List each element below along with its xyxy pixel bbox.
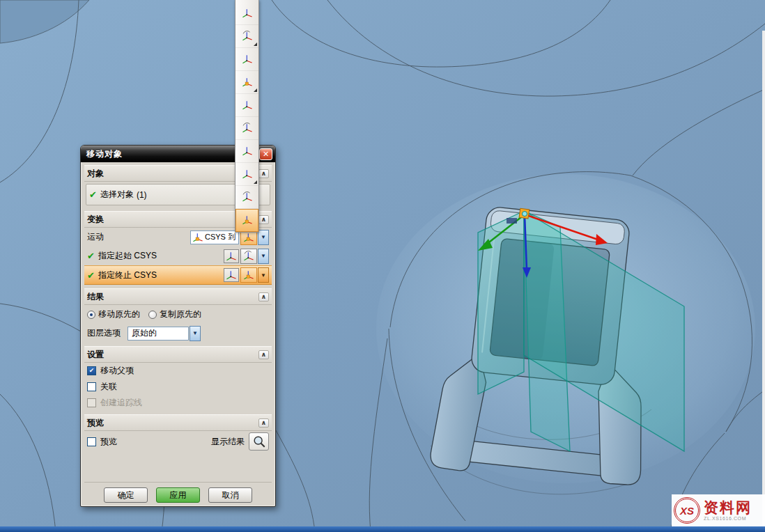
dialog-title: 移动对象 — [86, 148, 123, 160]
section-header-result[interactable]: 结果 ∧ — [84, 288, 272, 305]
csys-z-y-origin-icon[interactable] — [235, 94, 258, 117]
section-object-label: 对象 — [87, 168, 104, 180]
csys-absolute-icon[interactable] — [235, 163, 258, 186]
csys-dynamic-icon — [243, 269, 254, 281]
radio-move-original[interactable]: 移动原先的 — [87, 308, 140, 320]
csys-x-y-origin-icon[interactable] — [235, 48, 258, 71]
collapse-icon[interactable]: ∧ — [258, 215, 269, 224]
preview-row: 预览 显示结果 — [84, 431, 272, 452]
watermark: XS 资料网 ZL.XS1616.COM — [672, 494, 765, 526]
csys-dynamic-icon-selected[interactable] — [235, 209, 258, 232]
watermark-text-block: 资料网 ZL.XS1616.COM — [704, 500, 752, 521]
start-csys-option-button[interactable] — [240, 249, 257, 264]
layer-option-dropdown[interactable]: 原始的 ▼ — [128, 326, 201, 341]
checkbox-checked-icon: ✔ — [87, 366, 96, 375]
watermark-logo-text: XS — [680, 505, 694, 517]
window-right-edge — [762, 31, 765, 526]
nx-application-window: 移动对象 ✕ 对象 ∧ ✔ 选择对象 (1) 变换 ∧ 运动 — [0, 0, 765, 532]
ok-button[interactable]: 确定 — [104, 487, 148, 503]
checkbox-row-traceline-disabled: 创建追踪线 — [84, 395, 272, 411]
motion-dropdown-arrow[interactable]: ▼ — [258, 230, 269, 245]
magnifier-icon — [252, 435, 266, 448]
csys-inferred-icon[interactable] — [235, 2, 258, 25]
csys-plane-axis-icon[interactable] — [235, 117, 258, 140]
collapse-icon[interactable]: ∧ — [258, 418, 269, 428]
radio-move-label: 移动原先的 — [98, 308, 140, 320]
start-csys-row[interactable]: ✔ 指定起始 CSYS ▼ — [84, 247, 272, 265]
motion-type-icon — [192, 232, 203, 243]
motion-type-value: CSYS 到 CSYS — [205, 232, 237, 242]
layer-option-value: 原始的 — [128, 327, 189, 341]
csys-three-planes-icon[interactable] — [235, 140, 258, 163]
section-settings-label: 设置 — [87, 349, 104, 361]
traceline-label: 创建追踪线 — [100, 397, 142, 409]
csys-z-x-origin-icon[interactable] — [235, 71, 258, 94]
collapse-icon[interactable]: ∧ — [258, 292, 269, 302]
move-parent-label: 移动父项 — [100, 365, 134, 377]
start-csys-dialog-button[interactable] — [224, 249, 239, 263]
section-header-settings[interactable]: 设置 ∧ — [84, 346, 272, 363]
radio-copy-original[interactable]: 复制原先的 — [148, 308, 201, 320]
csys-inferred-icon — [243, 251, 254, 262]
csys-origin-xy-icon[interactable] — [235, 25, 258, 48]
checkbox-unchecked-icon — [87, 382, 96, 391]
csys-options-toolbar — [235, 0, 259, 233]
start-csys-label: 指定起始 CSYS — [98, 250, 157, 262]
end-csys-dialog-button[interactable] — [224, 268, 239, 282]
datum-plane-left[interactable] — [478, 211, 524, 394]
apply-button[interactable]: 应用 — [156, 487, 200, 503]
check-glyph: ✔ — [89, 368, 95, 374]
csys-current-view-icon[interactable] — [235, 186, 258, 209]
collapse-icon[interactable]: ∧ — [258, 169, 269, 178]
watermark-logo-icon: XS — [674, 497, 700, 524]
layer-dropdown-arrow[interactable]: ▼ — [190, 326, 201, 341]
dialog-button-row: 确定 应用 取消 — [84, 482, 272, 503]
check-icon: ✔ — [87, 271, 95, 280]
section-result-label: 结果 — [87, 291, 104, 303]
watermark-site-url: ZL.XS1616.COM — [704, 516, 752, 521]
show-result-button[interactable] — [249, 432, 269, 451]
origin-mini-label — [507, 218, 517, 224]
end-csys-label: 指定终止 CSYS — [98, 269, 157, 281]
radio-selected-icon — [87, 311, 95, 319]
show-result-label: 显示结果 — [211, 436, 245, 448]
check-icon: ✔ — [89, 190, 97, 199]
origin-sphere[interactable] — [523, 212, 527, 217]
checkbox-row-associative[interactable]: 关联 — [84, 379, 272, 395]
layer-option-label: 图层选项 — [87, 327, 121, 339]
select-object-count: (1) — [137, 190, 147, 200]
close-button[interactable]: ✕ — [259, 148, 272, 160]
associative-label: 关联 — [100, 381, 117, 393]
start-csys-dropdown-arrow[interactable]: ▼ — [258, 249, 269, 264]
motion-type-dropdown[interactable]: CSYS 到 CSYS — [190, 230, 239, 244]
end-csys-dropdown-arrow[interactable]: ▼ — [258, 267, 269, 283]
csys-dynamic-icon — [243, 232, 254, 243]
motion-label: 运动 — [87, 231, 104, 243]
result-options-row: 移动原先的 复制原先的 — [84, 305, 272, 324]
watermark-site-name: 资料网 — [704, 500, 752, 515]
preview-checkbox[interactable] — [87, 437, 96, 446]
preview-label: 预览 — [100, 436, 117, 448]
checkbox-disabled-icon — [87, 398, 96, 407]
layer-option-row: 图层选项 原始的 ▼ — [84, 324, 272, 343]
select-object-label: 选择对象 — [100, 189, 134, 201]
radio-unselected-icon — [148, 311, 157, 319]
csys-dialog-icon — [226, 269, 237, 281]
csys-dialog-icon — [226, 251, 237, 262]
collapse-icon[interactable]: ∧ — [258, 350, 269, 359]
section-header-preview[interactable]: 预览 ∧ — [84, 414, 272, 431]
end-csys-option-button[interactable] — [240, 267, 257, 283]
window-bottom-bar — [0, 526, 765, 532]
cancel-button[interactable]: 取消 — [208, 487, 252, 503]
end-csys-row-active[interactable]: ✔ 指定终止 CSYS ▼ — [84, 265, 272, 285]
checkbox-row-move-parent[interactable]: ✔ 移动父项 — [84, 363, 272, 379]
section-transform-label: 变换 — [87, 214, 104, 226]
check-icon: ✔ — [87, 251, 95, 260]
radio-copy-label: 复制原先的 — [160, 308, 201, 320]
section-preview-label: 预览 — [87, 417, 104, 429]
